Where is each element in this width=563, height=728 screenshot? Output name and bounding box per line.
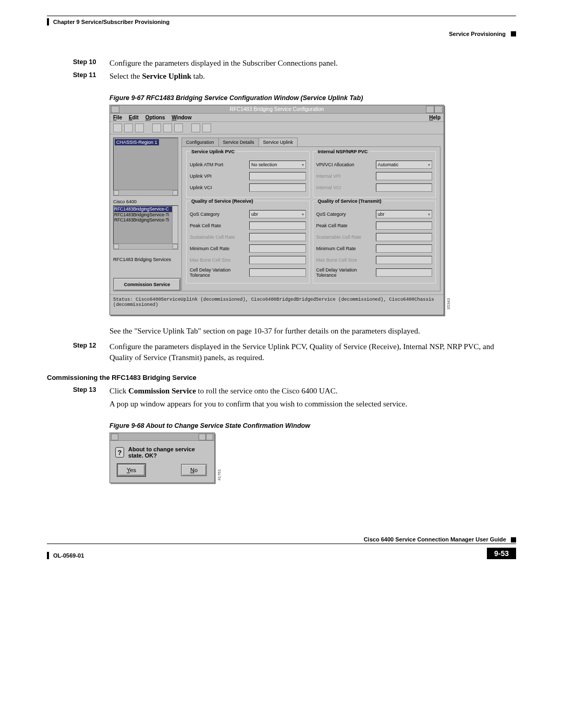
uplink-vpi-label: Uplink VPI (190, 174, 247, 179)
section-header: Service Provisioning (449, 31, 506, 37)
step-11-bold: Service Uplink (142, 72, 191, 80)
toolbar-btn-2[interactable] (124, 124, 133, 132)
vpivci-alloc-label: VPI/VCI Allocation (316, 162, 374, 167)
cisco-6400-label: Cisco 6400 (113, 199, 178, 204)
qos-receive-group: Quality of Service (Receive) QoS Categor… (186, 201, 310, 283)
figure-id: 41761 (217, 469, 222, 480)
commissioning-heading: Commissioning the RFC1483 Bridging Servi… (47, 374, 516, 381)
uplink-vci-input[interactable] (249, 183, 306, 192)
qos-r-category-select[interactable]: ubr (249, 210, 306, 218)
toolbar-btn-8[interactable] (202, 124, 211, 132)
toolbar-btn-4[interactable] (152, 124, 161, 132)
commission-service-button[interactable]: Commission Service (113, 278, 181, 291)
qos-r-maxb-label: Max Burst Cell Size (190, 257, 247, 263)
tab-configuration[interactable]: Configuration (181, 138, 219, 146)
header-bar (47, 18, 49, 26)
qos-t-category-select[interactable]: ubr (376, 210, 433, 218)
tree-scrollbar[interactable] (113, 190, 178, 196)
footer-doc-title: Cisco 6400 Service Connection Manager Us… (364, 536, 516, 542)
menu-help[interactable]: Help (429, 115, 440, 120)
toolbar-btn-1[interactable] (113, 124, 122, 132)
menubar: File Edit Options Window Help (110, 114, 444, 122)
qos-r-peak-input[interactable] (249, 221, 306, 230)
question-icon: ? (115, 447, 124, 458)
qos-t-category-label: QoS Category (316, 212, 374, 217)
vpivci-alloc-select[interactable]: Automatic (376, 161, 433, 169)
dialog-message: About to change service state. OK? (128, 446, 209, 459)
step-11-prefix: Select the (109, 72, 142, 80)
empty-step-label (73, 399, 109, 410)
tab-service-details[interactable]: Service Details (218, 138, 259, 146)
qos-t-min-input[interactable] (376, 244, 433, 253)
dialog-min-icon[interactable] (199, 434, 206, 440)
dialog-sysmenu-icon[interactable] (111, 434, 118, 440)
no-button[interactable]: No (181, 464, 207, 476)
dialog-max-icon[interactable] (206, 434, 213, 440)
tab-service-uplink[interactable]: Service Uplink (259, 138, 298, 146)
rfc1483-config-window: RFC1483 Bridging Service Configuration F… (109, 105, 444, 315)
chapter-header: Chapter 9 Service/Subscriber Provisionin… (53, 19, 169, 25)
menu-edit[interactable]: Edit (129, 115, 139, 120)
window-titlebar[interactable]: RFC1483 Bridging Service Configuration (110, 105, 444, 114)
list-item[interactable]: RFC1483BridgingService-C (114, 206, 177, 212)
paragraph-after-figure: See the "Service Uplink Tab" section on … (109, 326, 516, 336)
figure-9-68-caption: Figure 9-68 About to Change Service Stat… (109, 422, 516, 429)
internal-vpi-input[interactable] (376, 172, 433, 180)
chassis-tree[interactable]: CHASSIS-Region 1 (113, 138, 178, 190)
window-min-icon[interactable] (426, 106, 434, 113)
step-13-label: Step 13 (73, 386, 109, 397)
step-13-text: Click Commission Service to roll the ser… (109, 386, 337, 397)
qos-r-sust-input[interactable] (249, 233, 306, 241)
qos-r-category-label: QoS Category (190, 212, 247, 217)
window-title: RFC1483 Bridging Service Configuration (230, 106, 324, 112)
uplink-vpi-input[interactable] (249, 172, 306, 180)
confirm-dialog: ? About to change service state. OK? Yes… (109, 433, 215, 483)
qos-t-cdvt-label: Cell Delay Variation Tolerance (316, 267, 374, 278)
footer-bar (47, 552, 49, 559)
list-item[interactable]: RFC1483BridgingService-Ti (114, 217, 177, 223)
qos-t-maxb-input[interactable] (376, 256, 433, 264)
toolbar-btn-6[interactable] (174, 124, 183, 132)
legend: Service Uplink PVC (190, 149, 236, 154)
list-scrollbar[interactable] (172, 206, 178, 243)
figure-id: 35343 (446, 298, 451, 310)
dialog-titlebar[interactable] (110, 433, 214, 441)
qos-r-cdvt-input[interactable] (249, 268, 306, 277)
qos-r-min-input[interactable] (249, 244, 306, 253)
uplink-atm-port-label: Uplink ATM Port (190, 162, 247, 167)
qos-r-maxb-input[interactable] (249, 256, 306, 264)
step-13-prefix: Click (109, 387, 128, 395)
internal-vci-input[interactable] (376, 183, 433, 192)
window-sysmenu-icon[interactable] (111, 106, 119, 113)
toolbar-btn-5[interactable] (163, 124, 172, 132)
qos-r-sust-label: Sustainable Cell Rate (190, 235, 247, 240)
uplink-atm-port-select[interactable]: No selection (249, 161, 306, 169)
popup-paragraph: A pop up window appears for you to confi… (109, 399, 407, 410)
qos-r-cdvt-label: Cell Delay Variation Tolerance (190, 267, 247, 278)
yes-button[interactable]: Yes (117, 464, 145, 476)
legend: Quality of Service (Receive) (190, 199, 255, 204)
services-list[interactable]: RFC1483BridgingService-C RFC1483Bridging… (113, 205, 178, 244)
menu-window[interactable]: Window (172, 115, 191, 120)
qos-t-maxb-label: Max Burst Cell Size (316, 257, 374, 263)
toolbar-btn-3[interactable] (135, 124, 144, 132)
service-uplink-pvc-group: Service Uplink PVC Uplink ATM Port No se… (186, 151, 310, 198)
qos-t-peak-label: Peak Cell Rate (316, 223, 374, 228)
qos-t-min-label: Minimum Cell Rate (316, 246, 374, 251)
tab-page: Service Uplink PVC Uplink ATM Port No se… (181, 146, 440, 291)
step-11-label: Step 11 (73, 71, 109, 82)
qos-t-sust-input[interactable] (376, 233, 433, 241)
list-scrollbar-h[interactable] (113, 244, 178, 250)
footer-doc-id: OL-0569-01 (53, 552, 84, 559)
toolbar-btn-7[interactable] (191, 124, 200, 132)
menu-file[interactable]: File (113, 115, 122, 120)
tree-selected-item[interactable]: CHASSIS-Region 1 (115, 139, 159, 145)
qos-t-peak-input[interactable] (376, 221, 433, 230)
qos-t-cdvt-input[interactable] (376, 268, 433, 277)
status-bar: Status: Cisco6400ServiceUplink (decommis… (110, 294, 444, 315)
list-item[interactable]: RFC1483BridgingService-Ti (114, 212, 177, 218)
uplink-vci-label: Uplink VCI (190, 185, 247, 190)
menu-options[interactable]: Options (145, 115, 165, 120)
figure-9-67-caption: Figure 9-67 RFC1483 Bridging Service Con… (109, 94, 516, 102)
window-max-icon[interactable] (434, 106, 443, 113)
